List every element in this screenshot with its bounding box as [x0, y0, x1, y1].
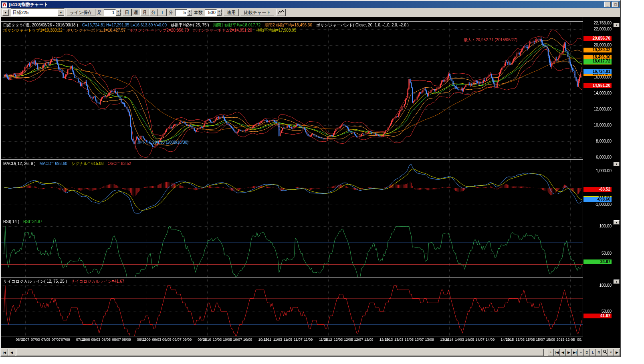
spin-down-icon[interactable]: ▼: [116, 12, 121, 16]
main-panel-menu-button[interactable]: ▼: [614, 23, 620, 27]
price-value-box: 41.67: [583, 314, 612, 318]
r-mode-button[interactable]: R: [596, 349, 602, 356]
scrollbar-track[interactable]: [15, 349, 548, 356]
x-axis-label: 2012: [324, 338, 332, 342]
x-axis-label: 07/07: [52, 338, 61, 342]
save-line-button[interactable]: ライン保存: [67, 9, 95, 16]
scrollbar-thumb[interactable]: [16, 349, 544, 356]
scroll-left-button[interactable]: ◀: [8, 349, 15, 356]
x-axis-label: 12/03: [334, 338, 343, 342]
header-segment: MACD( 12, 26, 9 ): [3, 161, 36, 166]
compare-chart-button[interactable]: 比較チャート: [241, 9, 274, 16]
jump-start-button[interactable]: |◀: [554, 349, 560, 356]
x-axis-label: 2008: [82, 338, 90, 342]
x-axis-label: 10/05: [223, 338, 232, 342]
period-tick-button[interactable]: T: [158, 9, 167, 16]
x-axis-label: 09/07: [172, 338, 182, 342]
count-spinner[interactable]: 500 ▲ ▼: [205, 9, 222, 16]
spin-up-icon[interactable]: ▲: [217, 9, 222, 12]
horizontal-scrollbar[interactable]: |◀ ◀ + |◀ ◀ ▶ ▶| − D L R × ▶: [1, 348, 620, 356]
axis-label: 12,000.00: [583, 107, 612, 111]
period-month-button[interactable]: 月: [140, 9, 149, 16]
x-axis-label: 13/09: [425, 338, 434, 342]
chart-annotation: 最大：20,952.71 (2015/06/27): [464, 37, 517, 43]
spin-down-icon[interactable]: ▼: [217, 12, 222, 16]
main-panel-header-line2: ボリンジャートップ1=19,380.32ボリンジャーボトム1=16,427.57…: [3, 28, 300, 33]
bar-count-spinner[interactable]: 1 ▲ ▼: [104, 9, 121, 16]
toolbar: ▼ 日経225 ▼ ライン保存 足 1 ▲ ▼ 日 週 月 分 T 分: [1, 8, 620, 17]
chevron-down-icon[interactable]: ▼: [58, 9, 64, 16]
l-mode-button[interactable]: L: [590, 349, 596, 356]
spin-up-icon[interactable]: ▲: [187, 9, 192, 12]
axis-label: 100.00: [583, 284, 612, 288]
window-title: [5110]指数チャート: [9, 1, 603, 8]
main-panel-header-line1: 日経２２５( 週, 2006/08/26 - 2016/03/18 )C=16,…: [3, 22, 413, 28]
toolbar-menu-button[interactable]: ▼: [2, 9, 9, 16]
zoom-icon[interactable]: [602, 349, 608, 356]
rsi-panel-header: RSI( 14 )RSI=34.87: [3, 219, 46, 224]
zoom-in-button[interactable]: +: [548, 349, 554, 356]
scroll-home-button[interactable]: |◀: [1, 349, 8, 356]
jump-end-button[interactable]: ▶|: [572, 349, 578, 356]
axis-label: 20,000.00: [583, 43, 612, 47]
header-segment: RSI=34.87: [23, 219, 42, 224]
zoom-out-button[interactable]: −: [578, 349, 584, 356]
header-segment: 日経２２５( 週, 2006/08/26 - 2016/03/18 ): [3, 23, 78, 27]
spin-down-icon[interactable]: ▼: [187, 12, 192, 16]
x-axis-label: 10/03: [213, 338, 222, 342]
header-segment: 期間1 移動平均=18,017.72: [213, 23, 261, 27]
x-axis-label: 08/05: [102, 338, 111, 342]
spin-up-icon[interactable]: ▲: [116, 9, 121, 12]
price-value-box: -698.60: [583, 197, 612, 202]
x-axis-label: 15/05: [526, 338, 535, 342]
line-chart-icon[interactable]: [276, 9, 286, 16]
symbol-value: 日経225: [11, 10, 58, 16]
minute-spinner[interactable]: 5 ▲ ▼: [175, 9, 192, 16]
desktop: [5110]指数チャート _ □ ▼ 日経225 ▼ ライン保存 足 1 ▲ ▼…: [0, 0, 644, 364]
x-axis-label: 07/09: [61, 338, 70, 342]
x-axis-label: 14/05: [465, 338, 474, 342]
bar-count-value: 1: [104, 9, 116, 16]
header-segment: MACD=-698.60: [40, 161, 67, 166]
apply-button[interactable]: 適用: [224, 9, 239, 16]
header-segment: ボリンジャーボトム1=16,427.57: [67, 28, 126, 32]
header-segment: RSI( 14 ): [3, 219, 19, 224]
play-forward-button[interactable]: ▶: [614, 349, 620, 356]
close-tool-button[interactable]: ×: [608, 349, 614, 356]
price-value-box: 34.87: [583, 259, 612, 264]
header-segment: C=16,724.81 H=17,291.35 L=16,613.89 V=0.…: [82, 23, 167, 27]
step-right-button[interactable]: ▶: [566, 349, 572, 356]
rsi-panel-menu-button[interactable]: ▼: [614, 220, 620, 225]
x-axis-label: 08/07: [112, 338, 121, 342]
x-axis-label: 10/07: [233, 338, 242, 342]
period-day-button[interactable]: 日: [123, 9, 131, 16]
titlebar[interactable]: [5110]指数チャート _ □: [1, 1, 620, 8]
x-axis-label: 11/03: [273, 338, 282, 342]
maximize-button[interactable]: □: [612, 2, 619, 7]
minimize-button[interactable]: _: [604, 2, 611, 7]
header-segment: ボリンジャートップ2=20,856.70: [130, 28, 189, 32]
header-segment: サイコロジカルライン( 12, 75, 25 ): [3, 279, 67, 284]
axis-label: 8,000.00: [583, 139, 612, 143]
x-axis-label: 11/09: [304, 338, 313, 342]
chart-canvas[interactable]: [1, 17, 620, 348]
x-axis-label: 11/05: [283, 338, 292, 342]
count-label: 本数: [194, 10, 203, 16]
axis-label: 22,763.00: [583, 21, 612, 25]
d-mode-button[interactable]: D: [584, 349, 590, 356]
psych-panel-menu-button[interactable]: ▼: [614, 280, 620, 284]
x-axis-label: 13/03: [394, 338, 404, 342]
symbol-combobox[interactable]: 日経225 ▼: [11, 8, 65, 16]
x-axis-label: 00:: [577, 338, 582, 342]
price-value-box: -83.52: [583, 187, 612, 192]
chart-area: 日経２２５( 週, 2006/08/26 - 2016/03/18 )C=16,…: [1, 17, 620, 348]
step-left-button[interactable]: ◀: [560, 349, 566, 356]
header-segment: ボリンジャーバンド( Close, 20, 1.0, -1.0, 2.0, -2…: [316, 23, 409, 27]
x-axis-label: 2013: [385, 338, 393, 342]
x-axis-label: 2009: [143, 338, 151, 342]
period-minute-button[interactable]: 分: [149, 9, 158, 16]
period-week-button[interactable]: 週: [131, 9, 140, 16]
x-axis-label: 2010: [203, 338, 211, 342]
header-segment: シグナル=-615.08: [71, 161, 104, 166]
macd-panel-menu-button[interactable]: ▼: [614, 162, 620, 166]
